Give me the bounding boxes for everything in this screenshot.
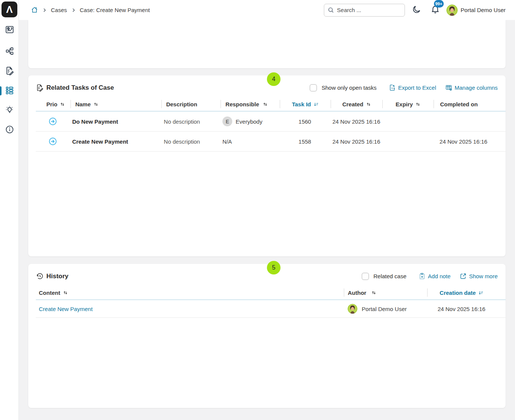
sort-icon [371,290,377,296]
history-table: Content Author Creation date Create New … [36,286,506,318]
search-input[interactable] [324,4,405,17]
history-card: History Related case Add note Show more … [28,264,506,408]
column-header-prio[interactable]: Prio [36,100,71,108]
annotation-badge-4: 4 [267,72,280,86]
search-box [324,4,405,17]
task-row[interactable]: Do New Payment No description E Everybod… [36,112,506,132]
chevron-right-icon [71,8,76,13]
user-avatar [446,5,458,16]
manage-columns-button[interactable]: Manage columns [445,84,498,91]
breadcrumb: Cases Case: Create New Payment [31,6,150,14]
show-only-open-tasks-checkbox[interactable] [310,84,317,92]
show-only-open-tasks-label: Show only open tasks [322,84,377,91]
export-to-excel-button[interactable]: XLS Export to Excel [389,84,436,91]
sidebar-item-processes[interactable] [0,44,19,59]
responsible-name: Everybody [236,118,262,125]
add-note-icon [418,273,426,280]
sort-icon [415,101,421,107]
author-name: Portal Demo User [362,306,407,312]
column-header-completed-on: Completed on [434,100,506,108]
notification-count-badge: 99+ [434,0,444,8]
history-title: History [36,272,69,280]
task-id: 1558 [279,138,330,145]
manage-columns-icon [445,84,452,91]
add-note-button[interactable]: Add note [418,273,451,280]
related-case-label: Related case [374,273,407,279]
task-row[interactable]: Create New Payment No description N/A 15… [36,132,506,152]
history-icon [36,272,44,280]
user-menu[interactable]: Portal Demo User [446,5,506,16]
related-tasks-table: Prio Name Description Responsible Task I… [36,97,506,152]
external-link-icon [460,273,467,280]
column-header-author[interactable]: Author [344,288,427,297]
svg-text:XLS: XLS [391,87,395,89]
column-header-content[interactable]: Content [36,288,344,297]
column-header-name[interactable]: Name [71,100,161,108]
task-id: 1560 [279,118,330,125]
search-icon [327,6,334,14]
sidebar: Λ [0,0,19,420]
related-tasks-card: Related Tasks of Case Show only open tas… [28,75,506,256]
cases-icon [5,86,14,97]
task-created: 24 Nov 2025 16:16 [331,138,382,145]
top-header: Cases Case: Create New Payment 99+ Porta… [19,0,515,20]
chevron-right-icon [42,8,47,13]
moon-icon [412,5,421,15]
column-header-expiry[interactable]: Expiry [382,100,434,108]
task-created: 24 Nov 2025 16:16 [331,118,382,125]
sidebar-item-cases[interactable] [0,83,19,98]
tasks-icon [5,66,14,77]
notifications-button[interactable]: 99+ [431,5,440,15]
task-name: Do New Payment [72,118,118,125]
home-icon[interactable] [31,6,38,14]
priority-normal-icon [48,137,57,146]
column-header-description: Description [161,100,221,108]
priority-normal-icon [48,117,57,126]
lightbulb-icon [5,105,14,116]
dark-mode-toggle[interactable] [412,5,422,15]
task-completed-on: 24 Nov 2025 16:16 [434,138,506,145]
responsible-name: N/A [222,138,232,145]
column-header-responsible[interactable]: Responsible [221,100,279,108]
related-tasks-icon [36,84,44,92]
task-description: No description [161,138,220,145]
sort-descending-icon [478,290,484,296]
dashboard-icon [5,25,14,36]
excel-export-icon: XLS [389,84,396,91]
history-table-header: Content Author Creation date [36,286,506,300]
task-name: Create New Payment [72,138,128,145]
sort-icon [366,101,371,107]
sort-icon [63,290,68,296]
related-case-checkbox[interactable] [362,273,369,280]
sort-descending-icon [313,101,319,107]
column-header-created[interactable]: Created [331,100,382,108]
task-description: No description [161,118,220,125]
sort-icon [93,101,99,107]
processes-icon [5,46,14,57]
sort-icon [60,101,65,107]
previous-section-card [28,20,506,68]
sidebar-item-tasks[interactable] [0,64,19,79]
sort-icon [262,101,268,107]
responsible-avatar: E [222,116,232,126]
history-content-link[interactable]: Create New Payment [39,306,93,312]
sidebar-item-info[interactable] [0,123,19,138]
app-logo[interactable]: Λ [2,2,17,17]
user-name: Portal Demo User [461,7,506,13]
breadcrumb-cases[interactable]: Cases [51,7,67,13]
annotation-badge-5: 5 [267,261,280,274]
column-header-task-id[interactable]: Task Id [280,100,331,108]
history-row[interactable]: Create New Payment Portal Demo User 24 N… [36,300,506,318]
history-creation-date: 24 Nov 2025 16:16 [427,306,506,312]
related-tasks-table-header: Prio Name Description Responsible Task I… [36,97,506,112]
info-icon [5,125,14,136]
author-avatar [348,304,357,314]
breadcrumb-current: Case: Create New Payment [80,7,150,13]
sidebar-item-dashboard[interactable] [0,23,19,38]
show-more-button[interactable]: Show more [460,273,498,280]
column-header-creation-date[interactable]: Creation date [427,288,506,297]
sidebar-item-ideas[interactable] [0,103,19,118]
related-tasks-title: Related Tasks of Case [36,84,114,92]
